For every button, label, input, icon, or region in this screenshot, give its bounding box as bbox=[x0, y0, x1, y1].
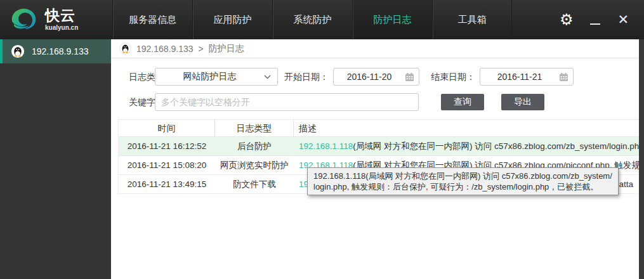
logo-title: 快云 bbox=[45, 8, 78, 23]
cell-log-type: 防文件下载 bbox=[215, 179, 294, 190]
calendar-icon[interactable] bbox=[559, 72, 573, 82]
nav-tab-server-info[interactable]: 服务器信息 bbox=[112, 0, 192, 39]
tooltip-line-2: login.php, 触发规则：后台保护, 可疑行为：/zb_system/lo… bbox=[313, 181, 612, 192]
column-header: 时间 bbox=[119, 120, 215, 136]
breadcrumb-separator: > bbox=[199, 44, 204, 54]
sidebar-server-label: 192.168.9.133 bbox=[32, 46, 89, 56]
table-header-row: 时间日志类型描述 bbox=[119, 120, 639, 137]
export-button[interactable]: 导出 bbox=[501, 94, 544, 110]
main-panel: 192.168.9.133 > 防护日志 日志类型： 网站防护日志 开始日期： … bbox=[111, 39, 644, 279]
breadcrumb-page: 防护日志 bbox=[209, 43, 244, 55]
sidebar: 192.168.9.133 bbox=[0, 39, 111, 279]
query-button[interactable]: 查询 bbox=[441, 94, 484, 110]
keyword-input[interactable] bbox=[155, 93, 419, 111]
breadcrumb: 192.168.9.133 > 防护日志 bbox=[111, 39, 644, 58]
topbar: 快云 kualyun.cn 服务器信息应用防护系统防护防护日志工具箱 ⚙ ✕ bbox=[0, 0, 644, 39]
end-date-input[interactable]: 2016-11-21 bbox=[480, 68, 574, 86]
end-date-value: 2016-11-21 bbox=[480, 72, 559, 82]
log-type-select[interactable]: 网站防护日志 bbox=[155, 68, 278, 86]
cell-time: 2016-11-21 15:08:20 bbox=[119, 160, 215, 170]
breadcrumb-server[interactable]: 192.168.9.133 bbox=[136, 44, 194, 54]
sidebar-item-server[interactable]: 192.168.9.133 bbox=[0, 39, 111, 63]
window-right-edge bbox=[639, 39, 644, 279]
nav-tab-app-protect[interactable]: 应用防护 bbox=[192, 0, 272, 39]
cell-log-type: 网页浏览实时防护 bbox=[215, 160, 294, 171]
window-controls: ⚙ ✕ bbox=[560, 0, 644, 39]
settings-gear-icon[interactable]: ⚙ bbox=[560, 12, 574, 27]
chevron-down-icon bbox=[264, 75, 277, 79]
start-date-value: 2016-11-20 bbox=[334, 72, 405, 82]
log-type-value: 网站防护日志 bbox=[155, 71, 264, 82]
linux-penguin-icon bbox=[119, 42, 131, 55]
table-row[interactable]: 2016-11-21 16:12:52后台防护192.168.1.118(局域网… bbox=[119, 137, 639, 156]
nav-tab-toolbox[interactable]: 工具箱 bbox=[432, 0, 512, 39]
cell-time: 2016-11-21 16:12:52 bbox=[119, 141, 215, 151]
logo-text: 快云 kualyun.cn bbox=[45, 8, 78, 31]
topbar-nav: 服务器信息应用防护系统防护防护日志工具箱 bbox=[112, 0, 512, 39]
logo-domain: kualyun.cn bbox=[45, 25, 78, 31]
log-detail-tooltip: 192.168.1.118(局域网 对方和您在同一内部网) 访问 c57x86.… bbox=[307, 167, 619, 195]
calendar-icon[interactable] bbox=[405, 72, 419, 82]
nav-tab-protect-log[interactable]: 防护日志 bbox=[352, 0, 432, 39]
start-date-label: 开始日期： bbox=[284, 72, 329, 83]
column-header: 描述 bbox=[294, 120, 639, 136]
nav-tab-system-protect[interactable]: 系统防护 bbox=[272, 0, 352, 39]
minimize-icon[interactable] bbox=[590, 23, 600, 25]
close-icon[interactable]: ✕ bbox=[617, 12, 629, 27]
cell-time: 2016-11-21 13:49:15 bbox=[119, 179, 215, 189]
cell-log-type: 后台防护 bbox=[215, 141, 294, 152]
description-text: (局域网 对方和您在同一内部网) 访问 c57x86.zblog.com/zb_… bbox=[353, 141, 639, 151]
linux-penguin-icon bbox=[11, 44, 25, 58]
tooltip-line-1: 192.168.1.118(局域网 对方和您在同一内部网) 访问 c57x86.… bbox=[313, 171, 612, 181]
end-date-label: 结束日期： bbox=[431, 72, 475, 83]
column-header: 日志类型 bbox=[215, 120, 294, 136]
cell-description: 192.168.1.118(局域网 对方和您在同一内部网) 访问 c57x86.… bbox=[294, 141, 639, 152]
logo: 快云 kualyun.cn bbox=[0, 0, 112, 39]
start-date-input[interactable]: 2016-11-20 bbox=[333, 68, 419, 86]
app-window: 快云 kualyun.cn 服务器信息应用防护系统防护防护日志工具箱 ⚙ ✕ bbox=[0, 0, 644, 279]
kuaiyun-swirl-logo-icon bbox=[10, 6, 39, 33]
ip-link[interactable]: 192.168.1.118 bbox=[299, 141, 353, 151]
